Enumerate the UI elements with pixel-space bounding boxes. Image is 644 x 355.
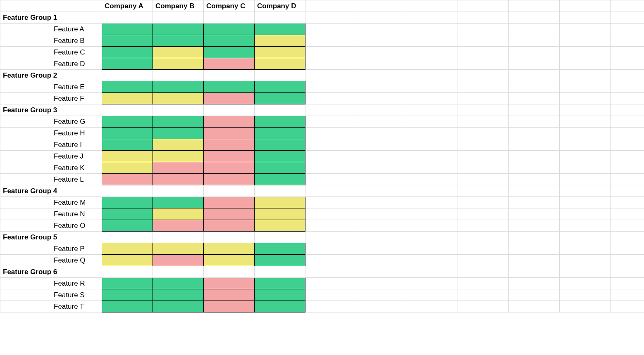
empty-cell[interactable] (204, 12, 255, 24)
empty-cell[interactable] (305, 58, 356, 70)
feature-row-label[interactable]: Feature S (51, 289, 102, 301)
empty-cell[interactable] (0, 116, 51, 128)
status-cell-yellow[interactable] (102, 255, 153, 266)
status-cell-red[interactable] (204, 139, 255, 151)
empty-cell[interactable] (458, 185, 509, 197)
empty-cell[interactable] (356, 301, 407, 312)
empty-cell[interactable] (458, 232, 509, 243)
empty-cell[interactable] (305, 162, 356, 174)
empty-cell[interactable] (611, 0, 644, 12)
empty-cell[interactable] (560, 278, 611, 289)
status-cell-red[interactable] (204, 162, 255, 174)
status-cell-green[interactable] (153, 81, 204, 93)
empty-cell[interactable] (255, 104, 305, 116)
empty-cell[interactable] (0, 47, 51, 58)
empty-cell[interactable] (0, 162, 51, 174)
empty-cell[interactable] (509, 70, 560, 81)
empty-cell[interactable] (509, 12, 560, 24)
empty-cell[interactable] (560, 116, 611, 128)
empty-cell[interactable] (305, 24, 356, 35)
empty-cell[interactable] (458, 220, 509, 232)
empty-cell[interactable] (611, 12, 644, 24)
status-cell-green[interactable] (102, 116, 153, 128)
empty-cell[interactable] (305, 81, 356, 93)
empty-cell[interactable] (0, 93, 51, 104)
empty-cell[interactable] (204, 266, 255, 278)
empty-cell[interactable] (0, 255, 51, 266)
column-header-company[interactable]: Company A (102, 0, 153, 12)
empty-cell[interactable] (560, 197, 611, 208)
status-cell-yellow[interactable] (153, 93, 204, 104)
empty-cell[interactable] (407, 58, 458, 70)
empty-cell[interactable] (509, 58, 560, 70)
empty-cell[interactable] (611, 81, 644, 93)
status-cell-green[interactable] (255, 278, 305, 289)
empty-cell[interactable] (305, 128, 356, 139)
feature-row-label[interactable]: Feature G (51, 116, 102, 128)
empty-cell[interactable] (458, 255, 509, 266)
empty-cell[interactable] (0, 0, 51, 12)
feature-row-label[interactable]: Feature C (51, 47, 102, 58)
status-cell-green[interactable] (255, 128, 305, 139)
empty-cell[interactable] (560, 301, 611, 312)
empty-cell[interactable] (509, 128, 560, 139)
empty-cell[interactable] (153, 12, 204, 24)
empty-cell[interactable] (611, 104, 644, 116)
status-cell-red[interactable] (153, 162, 204, 174)
empty-cell[interactable] (611, 220, 644, 232)
empty-cell[interactable] (0, 289, 51, 301)
empty-cell[interactable] (560, 81, 611, 93)
status-cell-green[interactable] (102, 139, 153, 151)
empty-cell[interactable] (611, 70, 644, 81)
status-cell-red[interactable] (102, 174, 153, 185)
empty-cell[interactable] (611, 47, 644, 58)
status-cell-red[interactable] (153, 220, 204, 232)
status-cell-green[interactable] (102, 81, 153, 93)
empty-cell[interactable] (458, 266, 509, 278)
empty-cell[interactable] (305, 70, 356, 81)
empty-cell[interactable] (305, 139, 356, 151)
empty-cell[interactable] (305, 185, 356, 197)
empty-cell[interactable] (407, 232, 458, 243)
empty-cell[interactable] (611, 24, 644, 35)
empty-cell[interactable] (204, 232, 255, 243)
empty-cell[interactable] (611, 232, 644, 243)
empty-cell[interactable] (458, 197, 509, 208)
status-cell-yellow[interactable] (255, 220, 305, 232)
empty-cell[interactable] (407, 104, 458, 116)
empty-cell[interactable] (509, 232, 560, 243)
status-cell-yellow[interactable] (204, 243, 255, 255)
feature-row-label[interactable]: Feature B (51, 35, 102, 47)
status-cell-yellow[interactable] (153, 47, 204, 58)
empty-cell[interactable] (611, 174, 644, 185)
empty-cell[interactable] (305, 12, 356, 24)
empty-cell[interactable] (458, 104, 509, 116)
status-cell-green[interactable] (204, 47, 255, 58)
status-cell-red[interactable] (204, 289, 255, 301)
empty-cell[interactable] (0, 128, 51, 139)
empty-cell[interactable] (356, 289, 407, 301)
empty-cell[interactable] (0, 35, 51, 47)
empty-cell[interactable] (204, 70, 255, 81)
empty-cell[interactable] (356, 139, 407, 151)
empty-cell[interactable] (560, 58, 611, 70)
empty-cell[interactable] (407, 243, 458, 255)
status-cell-green[interactable] (255, 151, 305, 162)
empty-cell[interactable] (611, 301, 644, 312)
feature-row-label[interactable]: Feature R (51, 278, 102, 289)
empty-cell[interactable] (560, 24, 611, 35)
status-cell-red[interactable] (204, 128, 255, 139)
empty-cell[interactable] (305, 35, 356, 47)
empty-cell[interactable] (458, 24, 509, 35)
feature-group-header[interactable]: Feature Group 4 (0, 185, 102, 197)
empty-cell[interactable] (356, 93, 407, 104)
column-header-company[interactable]: Company B (153, 0, 204, 12)
empty-cell[interactable] (407, 116, 458, 128)
status-cell-green[interactable] (102, 208, 153, 220)
empty-cell[interactable] (0, 151, 51, 162)
empty-cell[interactable] (611, 197, 644, 208)
status-cell-green[interactable] (102, 47, 153, 58)
empty-cell[interactable] (305, 243, 356, 255)
empty-cell[interactable] (560, 255, 611, 266)
empty-cell[interactable] (0, 208, 51, 220)
